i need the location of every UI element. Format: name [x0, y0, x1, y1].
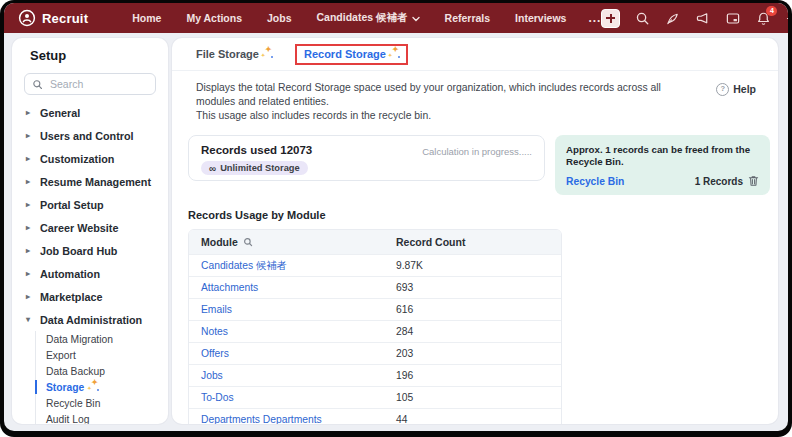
module-link[interactable]: Candidates 候補者 — [189, 259, 396, 273]
sidebar-search[interactable] — [24, 73, 156, 95]
table-row: Attachments693 — [189, 276, 561, 298]
notification-bell-icon[interactable]: 4 — [756, 11, 771, 26]
announcement-megaphone-icon[interactable] — [695, 11, 710, 26]
record-count-value: 284 — [396, 326, 561, 337]
record-count-value: 44 — [396, 414, 561, 424]
nav-item-my-actions[interactable]: My Actions — [186, 12, 242, 24]
column-record-count: Record Count — [396, 236, 561, 248]
chevron-collapsed-icon: ▸ — [26, 247, 34, 255]
records-used-card: Records used 12073 Calculation in progre… — [188, 135, 545, 181]
tab-file-storage[interactable]: File Storage — [196, 48, 273, 60]
nav-right-icons: 4 — [601, 8, 788, 28]
sidebar-item-job-board-hub[interactable]: ▸Job Board Hub — [12, 239, 168, 262]
unlimited-storage-badge: ∞ Unlimited Storage — [201, 161, 308, 175]
sidebar-item-data-administration[interactable]: ▾Data Administration — [12, 308, 168, 331]
table-row: Departments Departments44 — [189, 408, 561, 424]
chevron-collapsed-icon: ▸ — [26, 109, 34, 117]
infinity-icon: ∞ — [209, 164, 216, 173]
table-row: Jobs196 — [189, 364, 561, 386]
module-link[interactable]: Notes — [189, 326, 396, 337]
nav-more-icon[interactable]: ... — [588, 15, 601, 21]
nav-menu: HomeMy ActionsJobsCandidates 候補者Referral… — [132, 11, 566, 25]
recycle-bin-link[interactable]: Recycle Bin — [566, 176, 624, 187]
sidebar-item-customization[interactable]: ▸Customization — [12, 147, 168, 170]
sparkle-icon — [389, 48, 400, 60]
nav-item-referrals[interactable]: Referrals — [445, 12, 491, 24]
nav-item-interviews[interactable]: Interviews — [515, 12, 566, 24]
sidebar-search-input[interactable] — [48, 77, 142, 91]
records-usage-table: Module Record Count Candidates 候補者9.87KA… — [188, 229, 562, 424]
chevron-collapsed-icon: ▸ — [26, 224, 34, 232]
column-search-icon[interactable] — [243, 237, 253, 247]
zia-quill-icon[interactable] — [665, 11, 680, 26]
sidebar-item-career-website[interactable]: ▸Career Website — [12, 216, 168, 239]
screen-window-icon[interactable] — [725, 11, 741, 26]
sparkle-icon — [262, 48, 273, 60]
window-frame: Recruit HomeMy ActionsJobsCandidates 候補者… — [0, 0, 792, 437]
module-link[interactable]: Offers — [189, 348, 396, 359]
table-row: Emails616 — [189, 298, 561, 320]
setup-sidebar: Setup ▸General▸Users and Control▸Customi… — [12, 38, 168, 424]
sidebar-title: Setup — [30, 48, 168, 63]
help-button[interactable]: ? Help — [716, 82, 756, 96]
table-title: Records Usage by Module — [188, 209, 778, 221]
trash-icon[interactable] — [748, 175, 759, 187]
module-link[interactable]: Jobs — [189, 370, 396, 381]
chevron-expanded-icon: ▾ — [26, 316, 34, 324]
summary-cards-row: Records used 12073 Calculation in progre… — [188, 135, 770, 195]
sidebar-nav-list: ▸General▸Users and Control▸Customization… — [12, 101, 168, 424]
nav-item-jobs[interactable]: Jobs — [267, 12, 292, 24]
chevron-collapsed-icon: ▸ — [26, 270, 34, 278]
record-count-value: 9.87K — [396, 260, 561, 271]
sidebar-item-general[interactable]: ▸General — [12, 101, 168, 124]
chevron-collapsed-icon: ▸ — [26, 132, 34, 140]
sidebar-item-users-and-control[interactable]: ▸Users and Control — [12, 124, 168, 147]
recycle-bin-card: Approx. 1 records can be freed from the … — [555, 135, 770, 195]
chevron-collapsed-icon: ▸ — [26, 201, 34, 209]
sidebar-subitem-recycle-bin[interactable]: Recycle Bin — [36, 395, 168, 411]
record-count-value: 616 — [396, 304, 561, 315]
sidebar-subitem-data-backup[interactable]: Data Backup — [36, 363, 168, 379]
description-block: Displays the total Record Storage space … — [172, 71, 778, 123]
sidebar-item-automation[interactable]: ▸Automation — [12, 262, 168, 285]
nav-item-candidates[interactable]: Candidates 候補者 — [317, 11, 420, 25]
brand[interactable]: Recruit — [18, 9, 88, 27]
sparkle-icon — [88, 381, 99, 393]
nav-item-home[interactable]: Home — [132, 12, 161, 24]
sidebar-subitem-data-migration[interactable]: Data Migration — [36, 331, 168, 347]
module-link[interactable]: To-Dos — [189, 392, 396, 403]
sidebar-item-resume-management[interactable]: ▸Resume Management — [12, 170, 168, 193]
sidebar-subitem-export[interactable]: Export — [36, 347, 168, 363]
table-header-row: Module Record Count — [189, 230, 561, 254]
record-count-value: 196 — [396, 370, 561, 381]
chevron-collapsed-icon: ▸ — [26, 155, 34, 163]
app-window: Recruit HomeMy ActionsJobsCandidates 候補者… — [4, 3, 788, 431]
table-row: Candidates 候補者9.87K — [189, 254, 561, 276]
sidebar-subitem-audit-log[interactable]: Audit Log — [36, 411, 168, 424]
tab-record-storage[interactable]: Record Storage — [304, 48, 400, 60]
recycle-count: 1 Records — [695, 175, 759, 187]
recycle-message: Approx. 1 records can be freed from the … — [566, 144, 759, 168]
module-link[interactable]: Departments Departments — [189, 414, 396, 424]
module-link[interactable]: Emails — [189, 304, 396, 315]
sidebar-item-marketplace[interactable]: ▸Marketplace — [12, 285, 168, 308]
search-icon — [32, 79, 43, 90]
storage-tabbar: File Storage Record Storage — [172, 38, 778, 71]
table-body: Candidates 候補者9.87KAttachments693Emails6… — [189, 254, 561, 424]
sidebar-item-portal-setup[interactable]: ▸Portal Setup — [12, 193, 168, 216]
table-row: To-Dos105 — [189, 386, 561, 408]
record-count-value: 203 — [396, 348, 561, 359]
create-plus-button[interactable] — [601, 9, 620, 28]
description-line-2: This usage also includes records in the … — [196, 109, 668, 123]
chevron-collapsed-icon: ▸ — [26, 293, 34, 301]
sidebar-subitem-storage[interactable]: Storage — [36, 379, 168, 395]
notification-count-badge: 4 — [766, 6, 777, 16]
search-icon[interactable] — [635, 11, 650, 26]
module-link[interactable]: Attachments — [189, 282, 396, 293]
table-row: Notes284 — [189, 320, 561, 342]
recruit-logo-icon — [18, 9, 36, 27]
settings-gear-icon[interactable] — [786, 11, 788, 26]
chevron-collapsed-icon: ▸ — [26, 178, 34, 186]
column-module: Module — [189, 236, 396, 248]
description-line-1: Displays the total Record Storage space … — [196, 81, 668, 109]
